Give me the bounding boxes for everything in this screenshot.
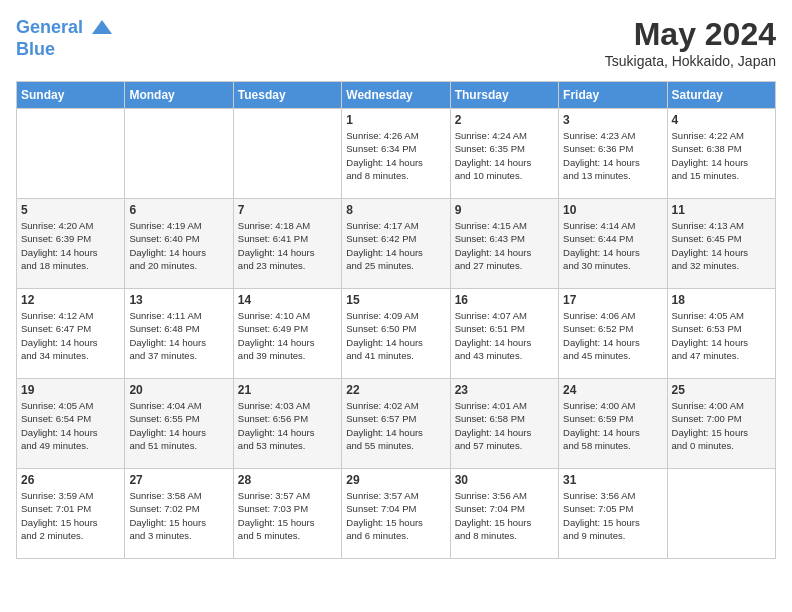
title-block: May 2024 Tsukigata, Hokkaido, Japan <box>605 16 776 69</box>
calendar-day-15: 15Sunrise: 4:09 AM Sunset: 6:50 PM Dayli… <box>342 289 450 379</box>
calendar-day-31: 31Sunrise: 3:56 AM Sunset: 7:05 PM Dayli… <box>559 469 667 559</box>
day-header-friday: Friday <box>559 82 667 109</box>
calendar-day-6: 6Sunrise: 4:19 AM Sunset: 6:40 PM Daylig… <box>125 199 233 289</box>
calendar-day-17: 17Sunrise: 4:06 AM Sunset: 6:52 PM Dayli… <box>559 289 667 379</box>
day-number: 26 <box>21 473 120 487</box>
day-number: 18 <box>672 293 771 307</box>
day-number: 16 <box>455 293 554 307</box>
day-info: Sunrise: 4:20 AM Sunset: 6:39 PM Dayligh… <box>21 219 120 272</box>
day-info: Sunrise: 4:10 AM Sunset: 6:49 PM Dayligh… <box>238 309 337 362</box>
day-info: Sunrise: 4:07 AM Sunset: 6:51 PM Dayligh… <box>455 309 554 362</box>
calendar-day-3: 3Sunrise: 4:23 AM Sunset: 6:36 PM Daylig… <box>559 109 667 199</box>
logo: General Blue <box>16 16 114 60</box>
day-info: Sunrise: 3:57 AM Sunset: 7:03 PM Dayligh… <box>238 489 337 542</box>
day-number: 13 <box>129 293 228 307</box>
calendar-day-7: 7Sunrise: 4:18 AM Sunset: 6:41 PM Daylig… <box>233 199 341 289</box>
day-header-wednesday: Wednesday <box>342 82 450 109</box>
calendar-day-20: 20Sunrise: 4:04 AM Sunset: 6:55 PM Dayli… <box>125 379 233 469</box>
day-info: Sunrise: 4:18 AM Sunset: 6:41 PM Dayligh… <box>238 219 337 272</box>
calendar-day-23: 23Sunrise: 4:01 AM Sunset: 6:58 PM Dayli… <box>450 379 558 469</box>
calendar-day-28: 28Sunrise: 3:57 AM Sunset: 7:03 PM Dayli… <box>233 469 341 559</box>
day-number: 19 <box>21 383 120 397</box>
location-text: Tsukigata, Hokkaido, Japan <box>605 53 776 69</box>
day-info: Sunrise: 4:00 AM Sunset: 6:59 PM Dayligh… <box>563 399 662 452</box>
day-number: 2 <box>455 113 554 127</box>
day-number: 14 <box>238 293 337 307</box>
day-info: Sunrise: 3:59 AM Sunset: 7:01 PM Dayligh… <box>21 489 120 542</box>
day-header-tuesday: Tuesday <box>233 82 341 109</box>
logo-text: General <box>16 16 114 40</box>
calendar-day-10: 10Sunrise: 4:14 AM Sunset: 6:44 PM Dayli… <box>559 199 667 289</box>
day-number: 27 <box>129 473 228 487</box>
day-number: 22 <box>346 383 445 397</box>
calendar-week-row: 5Sunrise: 4:20 AM Sunset: 6:39 PM Daylig… <box>17 199 776 289</box>
day-number: 23 <box>455 383 554 397</box>
day-info: Sunrise: 4:26 AM Sunset: 6:34 PM Dayligh… <box>346 129 445 182</box>
day-number: 11 <box>672 203 771 217</box>
calendar-day-9: 9Sunrise: 4:15 AM Sunset: 6:43 PM Daylig… <box>450 199 558 289</box>
calendar-day-5: 5Sunrise: 4:20 AM Sunset: 6:39 PM Daylig… <box>17 199 125 289</box>
day-info: Sunrise: 4:24 AM Sunset: 6:35 PM Dayligh… <box>455 129 554 182</box>
calendar-day-14: 14Sunrise: 4:10 AM Sunset: 6:49 PM Dayli… <box>233 289 341 379</box>
calendar-day-19: 19Sunrise: 4:05 AM Sunset: 6:54 PM Dayli… <box>17 379 125 469</box>
calendar-week-row: 26Sunrise: 3:59 AM Sunset: 7:01 PM Dayli… <box>17 469 776 559</box>
day-info: Sunrise: 4:11 AM Sunset: 6:48 PM Dayligh… <box>129 309 228 362</box>
day-info: Sunrise: 4:04 AM Sunset: 6:55 PM Dayligh… <box>129 399 228 452</box>
calendar-day-13: 13Sunrise: 4:11 AM Sunset: 6:48 PM Dayli… <box>125 289 233 379</box>
logo-subtext: Blue <box>16 40 114 60</box>
calendar-table: SundayMondayTuesdayWednesdayThursdayFrid… <box>16 81 776 559</box>
day-info: Sunrise: 4:05 AM Sunset: 6:54 PM Dayligh… <box>21 399 120 452</box>
calendar-day-30: 30Sunrise: 3:56 AM Sunset: 7:04 PM Dayli… <box>450 469 558 559</box>
day-info: Sunrise: 3:56 AM Sunset: 7:04 PM Dayligh… <box>455 489 554 542</box>
calendar-day-8: 8Sunrise: 4:17 AM Sunset: 6:42 PM Daylig… <box>342 199 450 289</box>
day-info: Sunrise: 4:00 AM Sunset: 7:00 PM Dayligh… <box>672 399 771 452</box>
day-number: 15 <box>346 293 445 307</box>
calendar-day-25: 25Sunrise: 4:00 AM Sunset: 7:00 PM Dayli… <box>667 379 775 469</box>
day-number: 10 <box>563 203 662 217</box>
calendar-day-1: 1Sunrise: 4:26 AM Sunset: 6:34 PM Daylig… <box>342 109 450 199</box>
day-info: Sunrise: 4:12 AM Sunset: 6:47 PM Dayligh… <box>21 309 120 362</box>
day-number: 20 <box>129 383 228 397</box>
calendar-empty-cell <box>233 109 341 199</box>
calendar-day-18: 18Sunrise: 4:05 AM Sunset: 6:53 PM Dayli… <box>667 289 775 379</box>
day-number: 5 <box>21 203 120 217</box>
day-info: Sunrise: 4:13 AM Sunset: 6:45 PM Dayligh… <box>672 219 771 272</box>
day-info: Sunrise: 4:23 AM Sunset: 6:36 PM Dayligh… <box>563 129 662 182</box>
day-info: Sunrise: 4:06 AM Sunset: 6:52 PM Dayligh… <box>563 309 662 362</box>
calendar-day-16: 16Sunrise: 4:07 AM Sunset: 6:51 PM Dayli… <box>450 289 558 379</box>
day-info: Sunrise: 4:19 AM Sunset: 6:40 PM Dayligh… <box>129 219 228 272</box>
day-header-thursday: Thursday <box>450 82 558 109</box>
page-header: General Blue May 2024 Tsukigata, Hokkaid… <box>16 16 776 69</box>
day-number: 31 <box>563 473 662 487</box>
calendar-day-11: 11Sunrise: 4:13 AM Sunset: 6:45 PM Dayli… <box>667 199 775 289</box>
day-info: Sunrise: 4:01 AM Sunset: 6:58 PM Dayligh… <box>455 399 554 452</box>
calendar-day-2: 2Sunrise: 4:24 AM Sunset: 6:35 PM Daylig… <box>450 109 558 199</box>
calendar-empty-cell <box>667 469 775 559</box>
day-info: Sunrise: 4:09 AM Sunset: 6:50 PM Dayligh… <box>346 309 445 362</box>
calendar-header-row: SundayMondayTuesdayWednesdayThursdayFrid… <box>17 82 776 109</box>
day-info: Sunrise: 4:17 AM Sunset: 6:42 PM Dayligh… <box>346 219 445 272</box>
day-number: 29 <box>346 473 445 487</box>
day-number: 28 <box>238 473 337 487</box>
day-info: Sunrise: 4:22 AM Sunset: 6:38 PM Dayligh… <box>672 129 771 182</box>
calendar-week-row: 19Sunrise: 4:05 AM Sunset: 6:54 PM Dayli… <box>17 379 776 469</box>
svg-marker-0 <box>92 20 112 34</box>
calendar-day-24: 24Sunrise: 4:00 AM Sunset: 6:59 PM Dayli… <box>559 379 667 469</box>
day-number: 7 <box>238 203 337 217</box>
day-number: 17 <box>563 293 662 307</box>
month-title: May 2024 <box>605 16 776 53</box>
day-info: Sunrise: 4:05 AM Sunset: 6:53 PM Dayligh… <box>672 309 771 362</box>
day-header-saturday: Saturday <box>667 82 775 109</box>
day-number: 24 <box>563 383 662 397</box>
calendar-day-29: 29Sunrise: 3:57 AM Sunset: 7:04 PM Dayli… <box>342 469 450 559</box>
calendar-empty-cell <box>17 109 125 199</box>
calendar-empty-cell <box>125 109 233 199</box>
calendar-week-row: 12Sunrise: 4:12 AM Sunset: 6:47 PM Dayli… <box>17 289 776 379</box>
day-info: Sunrise: 3:57 AM Sunset: 7:04 PM Dayligh… <box>346 489 445 542</box>
calendar-day-22: 22Sunrise: 4:02 AM Sunset: 6:57 PM Dayli… <box>342 379 450 469</box>
calendar-day-27: 27Sunrise: 3:58 AM Sunset: 7:02 PM Dayli… <box>125 469 233 559</box>
day-info: Sunrise: 4:15 AM Sunset: 6:43 PM Dayligh… <box>455 219 554 272</box>
day-number: 9 <box>455 203 554 217</box>
calendar-day-26: 26Sunrise: 3:59 AM Sunset: 7:01 PM Dayli… <box>17 469 125 559</box>
calendar-week-row: 1Sunrise: 4:26 AM Sunset: 6:34 PM Daylig… <box>17 109 776 199</box>
